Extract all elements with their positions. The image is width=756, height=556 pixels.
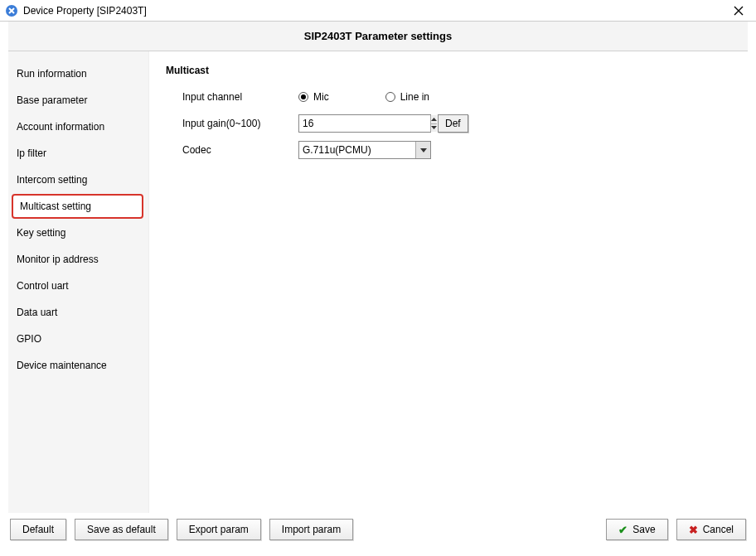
sidebar-item-base-parameter[interactable]: Base parameter <box>8 88 148 113</box>
content: Multicast Input channel Mic Line in Inpu… <box>149 51 748 513</box>
input-gain-field[interactable] <box>299 115 430 132</box>
sidebar-item-run-information[interactable]: Run information <box>8 61 148 86</box>
export-param-button[interactable]: Export param <box>177 519 261 540</box>
radio-label: Line in <box>400 91 429 103</box>
sidebar-item-label: Ip filter <box>17 147 46 159</box>
import-param-button[interactable]: Import param <box>269 519 353 540</box>
sidebar-item-label: Control uart <box>17 280 69 292</box>
button-label: Cancel <box>703 524 734 535</box>
body: Run information Base parameter Account i… <box>0 51 756 513</box>
sidebar-item-data-uart[interactable]: Data uart <box>8 300 148 325</box>
close-icon <box>734 6 744 16</box>
sidebar-item-device-maintenance[interactable]: Device maintenance <box>8 353 148 378</box>
sidebar-item-gpio[interactable]: GPIO <box>8 326 148 351</box>
codec-combobox[interactable]: G.711u(PCMU) <box>298 141 431 159</box>
button-label: Default <box>22 524 54 535</box>
sidebar-item-intercom-setting[interactable]: Intercom setting <box>8 167 148 192</box>
chevron-down-icon <box>420 148 427 152</box>
check-icon: ✔ <box>618 524 628 536</box>
spin-up-button[interactable] <box>431 115 437 124</box>
x-icon: ✖ <box>689 524 698 536</box>
input-gain-spinbox[interactable] <box>298 114 431 133</box>
sidebar-item-multicast-setting[interactable]: Multicast setting <box>12 194 143 219</box>
page-title: SIP2403T Parameter settings <box>304 30 452 42</box>
radio-label: Mic <box>313 91 329 103</box>
sidebar: Run information Base parameter Account i… <box>8 51 149 513</box>
radio-icon <box>298 92 308 102</box>
cancel-button[interactable]: ✖ Cancel <box>676 519 746 540</box>
radio-group-input-channel: Mic Line in <box>298 91 429 103</box>
button-label: Export param <box>189 524 249 535</box>
sidebar-item-label: Run information <box>17 68 87 80</box>
titlebar: Device Property [SIP2403T] <box>0 0 756 22</box>
sidebar-item-monitor-ip-address[interactable]: Monitor ip address <box>8 247 148 272</box>
close-button[interactable] <box>726 2 751 19</box>
sidebar-item-label: Intercom setting <box>17 174 87 186</box>
app-icon <box>5 4 18 17</box>
save-button[interactable]: ✔ Save <box>606 519 667 540</box>
sidebar-item-label: Account information <box>17 121 104 133</box>
sidebar-item-account-information[interactable]: Account information <box>8 114 148 139</box>
sidebar-item-key-setting[interactable]: Key setting <box>8 220 148 245</box>
codec-value: G.711u(PCMU) <box>299 142 415 158</box>
row-codec: Codec G.711u(PCMU) <box>166 138 731 162</box>
sidebar-item-label: Device maintenance <box>17 360 107 371</box>
save-as-default-button[interactable]: Save as default <box>75 519 168 540</box>
row-input-channel: Input channel Mic Line in <box>166 85 731 109</box>
chevron-down-icon <box>431 126 437 129</box>
sidebar-item-label: Multicast setting <box>20 201 91 212</box>
combo-arrow-button[interactable] <box>415 142 430 158</box>
button-label: Save as default <box>87 524 156 535</box>
sidebar-item-label: Data uart <box>17 307 57 318</box>
spin-down-button[interactable] <box>431 124 437 133</box>
sidebar-item-label: Base parameter <box>17 94 87 106</box>
label-input-channel: Input channel <box>166 91 298 103</box>
row-input-gain: Input gain(0~100) Def <box>166 111 731 136</box>
sidebar-item-ip-filter[interactable]: Ip filter <box>8 141 148 166</box>
label-codec: Codec <box>166 144 298 156</box>
label-input-gain: Input gain(0~100) <box>166 118 298 129</box>
spin-buttons <box>430 115 437 132</box>
bottom-bar: Default Save as default Export param Imp… <box>0 513 756 546</box>
sidebar-item-label: GPIO <box>17 333 41 345</box>
sidebar-item-label: Monitor ip address <box>17 254 99 265</box>
sidebar-item-control-uart[interactable]: Control uart <box>8 273 148 298</box>
button-label: Save <box>632 524 655 535</box>
radio-mic[interactable]: Mic <box>298 91 329 103</box>
radio-icon <box>385 92 395 102</box>
window-title: Device Property [SIP2403T] <box>23 5 726 17</box>
button-label: Import param <box>282 524 341 535</box>
radio-linein[interactable]: Line in <box>385 91 429 103</box>
section-title: Multicast <box>166 65 731 76</box>
header: SIP2403T Parameter settings <box>8 22 748 51</box>
default-button[interactable]: Default <box>10 519 66 540</box>
sidebar-item-label: Key setting <box>17 227 65 239</box>
chevron-up-icon <box>431 118 437 121</box>
def-button[interactable]: Def <box>438 114 468 133</box>
